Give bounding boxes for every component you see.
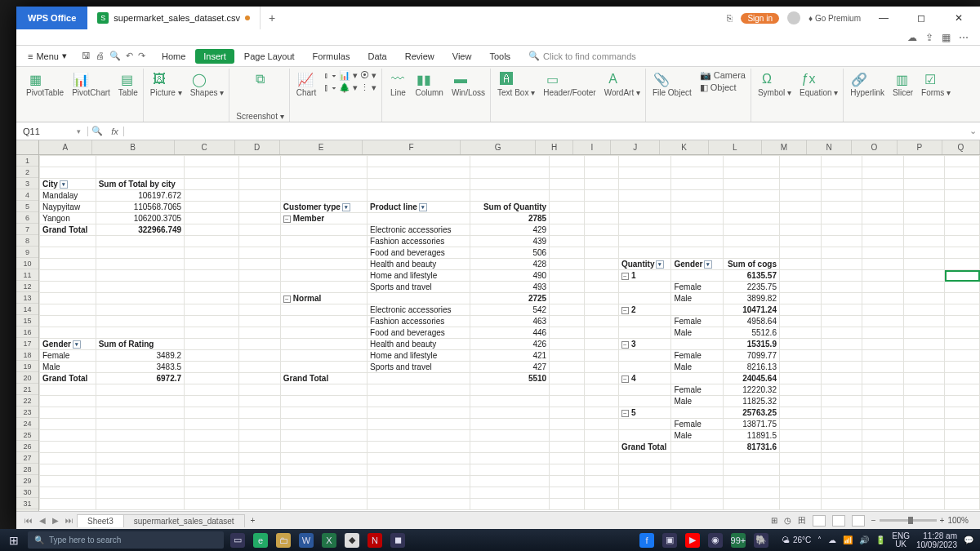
preview-icon[interactable]: 🔍 — [109, 51, 121, 61]
wordart-icon[interactable]: A — [604, 70, 622, 88]
file-tab[interactable]: S supermarket_sales_dataset.csv — [87, 7, 261, 29]
cells-area[interactable]: City▾Sum of Total by cityMandalay106197.… — [39, 155, 980, 511]
save-icon[interactable]: 🖫 — [82, 51, 91, 61]
explorer-icon[interactable]: 🗀 — [276, 533, 291, 548]
netflix-icon[interactable]: N — [368, 533, 382, 548]
screenshot-button[interactable]: Screenshot ▾ — [236, 112, 283, 121]
weather-widget[interactable]: 🌤 26°C — [782, 535, 811, 544]
equation-button[interactable]: Equation ▾ — [800, 88, 838, 97]
badge-icon[interactable]: 99+ — [731, 533, 746, 548]
signin-button[interactable]: Sign in — [741, 13, 779, 24]
excel-icon[interactable]: X — [322, 533, 336, 548]
tab-insert[interactable]: Insert — [195, 49, 234, 64]
slicer-button[interactable]: Slicer — [893, 88, 913, 97]
pivotchart-button[interactable]: PivotChart — [72, 88, 110, 97]
tab-formulas[interactable]: Formulas — [305, 49, 359, 64]
pivottable-icon[interactable]: ▦ — [26, 70, 44, 88]
collapse-ribbon-icon[interactable]: ⌄ — [965, 126, 980, 136]
screenshot-icon[interactable]: ⧉ — [252, 70, 270, 88]
add-sheet-button[interactable]: + — [244, 516, 262, 525]
app-icon[interactable]: ◼ — [390, 533, 405, 548]
sparkline-line-button[interactable]: Line — [389, 88, 407, 97]
textbox-icon[interactable]: 🅰 — [497, 70, 515, 88]
word-icon[interactable]: W — [299, 533, 314, 548]
postgres-icon[interactable]: 🐘 — [754, 533, 768, 548]
headerfooter-button[interactable]: Header/Footer — [543, 88, 595, 97]
tab-tools[interactable]: Tools — [481, 49, 519, 64]
clock[interactable]: 11:28 am10/09/2023 — [916, 531, 957, 549]
forms-icon[interactable]: ☑ — [921, 70, 939, 88]
status-icon[interactable]: ◷ — [784, 516, 791, 525]
print-icon[interactable]: 🖨 — [96, 51, 105, 61]
view-break-button[interactable] — [852, 515, 865, 527]
sparkline-winloss-icon[interactable]: ▬ — [452, 70, 470, 88]
taskbar-search[interactable]: 🔍 Type here to search — [28, 531, 224, 549]
picture-icon[interactable]: 🖼 — [150, 70, 168, 88]
status-icon[interactable]: 田 — [798, 515, 806, 527]
cloud-tray-icon[interactable]: ☁ — [828, 535, 836, 544]
wordart-button[interactable]: WordArt ▾ — [604, 88, 640, 97]
zoom-slider[interactable]: −+ 100% — [871, 516, 969, 525]
premium-button[interactable]: ♦ Go Premium — [808, 14, 861, 23]
fileobject-icon[interactable]: 📎 — [653, 70, 670, 88]
sparkline-line-icon[interactable]: 〰 — [389, 70, 407, 88]
start-button[interactable]: ⊞ — [0, 534, 28, 547]
command-search[interactable]: 🔍 Click to find commands — [528, 51, 636, 61]
sheet-tab[interactable]: supermarket_sales_dataset — [123, 514, 245, 527]
sheet-nav-last[interactable]: ⏭ — [62, 516, 77, 525]
facebook-icon[interactable]: f — [639, 533, 654, 548]
close-button[interactable]: ✕ — [944, 12, 973, 24]
minimize-button[interactable]: — — [869, 12, 898, 24]
tray-chevron-icon[interactable]: ˄ — [817, 535, 822, 544]
cloud-icon[interactable]: ☁ — [907, 32, 917, 43]
name-box[interactable]: Q11▾ — [16, 127, 88, 136]
app-icon[interactable]: ◆ — [345, 533, 359, 548]
symbol-button[interactable]: Symbol ▾ — [758, 88, 791, 97]
chart-button[interactable]: Chart — [296, 88, 316, 97]
fx-icon[interactable]: fx — [106, 127, 124, 136]
new-tab-button[interactable]: + — [261, 7, 283, 29]
app-icon[interactable]: ▣ — [662, 533, 677, 548]
chart-types-icons[interactable]: ⫾ ▾ 📊 ▾ ⦿ ▾⫿ ▾ 🌲 ▾ ⋮ ▾ — [324, 70, 376, 97]
status-icon[interactable]: ⊞ — [771, 516, 777, 525]
app-icon[interactable]: ◉ — [708, 533, 723, 548]
wifi-icon[interactable]: 📶 — [843, 535, 853, 544]
headerfooter-icon[interactable]: ▭ — [543, 70, 561, 88]
fileobject-button[interactable]: File Object — [653, 88, 692, 97]
forms-button[interactable]: Forms ▾ — [921, 88, 951, 97]
symbol-icon[interactable]: Ω — [758, 70, 776, 88]
edge-icon[interactable]: e — [253, 533, 268, 548]
view-normal-button[interactable] — [813, 515, 826, 527]
table-icon[interactable]: ▤ — [118, 70, 136, 88]
lens-icon[interactable]: 🔍 — [88, 126, 106, 136]
language-indicator[interactable]: ENGUK — [892, 532, 910, 549]
row-headers[interactable]: 1234567891011121314151617181920212223242… — [16, 155, 39, 511]
shapes-icon[interactable]: ◯ — [190, 70, 208, 88]
textbox-button[interactable]: Text Box ▾ — [497, 88, 535, 97]
menu-button[interactable]: ≡ Menu ▾ — [21, 49, 74, 63]
tab-review[interactable]: Review — [397, 49, 443, 64]
notifications-icon[interactable]: 💬 — [964, 535, 973, 544]
play-icon[interactable]: ▶ — [685, 533, 700, 548]
sheet-nav-next[interactable]: ▶ — [49, 516, 62, 525]
more-icon[interactable]: ⋯ — [959, 32, 969, 43]
tab-view[interactable]: View — [444, 49, 480, 64]
equation-icon[interactable]: ƒx — [800, 70, 817, 88]
avatar-icon[interactable] — [787, 11, 800, 24]
grid-icon[interactable]: ▦ — [942, 32, 951, 43]
sheet-nav-first[interactable]: ⏮ — [21, 516, 36, 525]
chart-icon[interactable]: 📈 — [296, 70, 314, 88]
maximize-button[interactable]: ◻ — [906, 12, 936, 24]
sparkline-column-button[interactable]: Column — [415, 88, 443, 97]
slicer-icon[interactable]: ▥ — [893, 70, 911, 88]
select-all-corner[interactable] — [16, 140, 39, 155]
tab-data[interactable]: Data — [359, 49, 394, 64]
share-icon[interactable]: ⇪ — [925, 32, 933, 43]
table-button[interactable]: Table — [118, 88, 138, 97]
redo-icon[interactable]: ↷ — [138, 51, 145, 61]
volume-icon[interactable]: 🔊 — [859, 535, 869, 544]
pivotchart-icon[interactable]: 📊 — [72, 70, 90, 88]
battery-icon[interactable]: 🔋 — [875, 535, 885, 544]
column-headers[interactable]: ABCDEFGHIJKLMNOPQ — [39, 140, 980, 155]
shapes-button[interactable]: Shapes ▾ — [190, 88, 225, 97]
